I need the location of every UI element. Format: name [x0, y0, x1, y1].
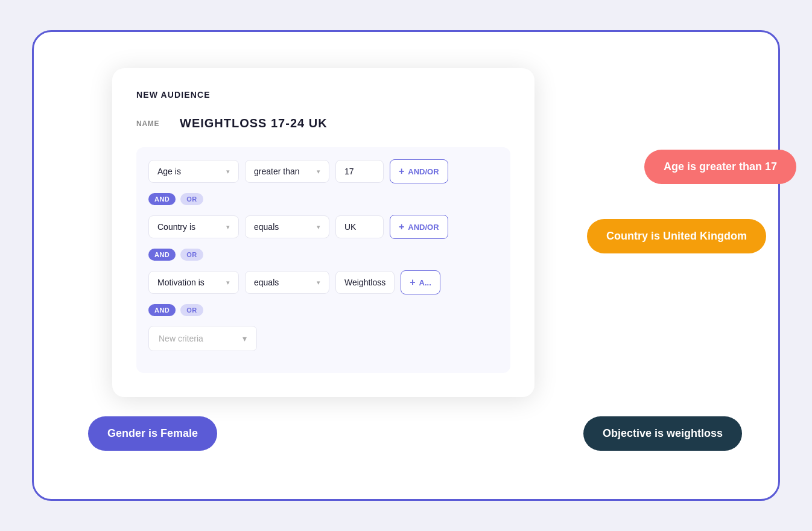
value-field-2[interactable]: UK: [335, 215, 384, 238]
criteria-block: Age is ▾ greater than ▾ 17 + AND/OR AND: [136, 147, 510, 373]
operator-select-3[interactable]: equals ▾: [245, 271, 329, 294]
value-3-text: Weightloss: [344, 278, 385, 287]
field-select-2-label: Country is: [157, 222, 195, 232]
badge-age-text: Age is greater than 17: [664, 161, 777, 173]
badge-country-text: Country is United Kingdom: [606, 230, 747, 242]
badge-country: Country is United Kingdom: [587, 219, 766, 253]
field-select-1[interactable]: Age is ▾: [148, 160, 239, 183]
criteria-row-1: Age is ▾ greater than ▾ 17 + AND/OR: [148, 159, 498, 183]
name-row: NAME WEIGHTLOSS 17-24 UK: [136, 116, 510, 130]
plus-icon-1: +: [399, 166, 404, 177]
name-label: NAME: [136, 119, 165, 128]
and-or-label-1: AND/OR: [408, 167, 439, 176]
card-title: NEW AUDIENCE: [136, 90, 510, 100]
criteria-row-3: Motivation is ▾ equals ▾ Weightloss + A.…: [148, 270, 498, 294]
and-or-button-1[interactable]: + AND/OR: [390, 159, 448, 183]
new-criteria-select[interactable]: New criteria ▾: [148, 326, 257, 351]
field-select-3[interactable]: Motivation is ▾: [148, 271, 239, 294]
criteria-row-2: Country is ▾ equals ▾ UK + AND/OR: [148, 215, 498, 239]
badge-gender: Gender is Female: [88, 416, 217, 451]
outer-border: NEW AUDIENCE NAME WEIGHTLOSS 17-24 UK Ag…: [32, 30, 780, 501]
and-badge-3[interactable]: AND: [148, 304, 176, 316]
operator-select-1[interactable]: greater than ▾: [245, 160, 329, 183]
chevron-icon-5: ▾: [226, 279, 230, 287]
and-or-button-2[interactable]: + AND/OR: [390, 215, 448, 239]
and-badge-2[interactable]: AND: [148, 249, 176, 261]
field-select-3-label: Motivation is: [157, 278, 205, 287]
and-or-button-3[interactable]: + A...: [401, 270, 440, 294]
and-or-label-2: AND/OR: [408, 223, 439, 232]
field-select-2[interactable]: Country is ▾: [148, 215, 239, 238]
or-badge-2[interactable]: OR: [180, 249, 203, 261]
operator-select-3-label: equals: [254, 278, 279, 287]
value-2-text: UK: [344, 222, 356, 232]
chevron-icon-1: ▾: [226, 168, 230, 176]
value-field-3[interactable]: Weightloss: [335, 271, 395, 294]
operator-select-1-label: greater than: [254, 167, 300, 176]
and-or-label-3: A...: [419, 278, 431, 287]
new-criteria-placeholder: New criteria: [159, 334, 203, 343]
chevron-icon-3: ▾: [226, 223, 230, 231]
badge-age: Age is greater than 17: [644, 150, 796, 184]
plus-icon-2: +: [399, 221, 404, 232]
badge-objective: Objective is weightloss: [583, 416, 742, 451]
or-badge-3[interactable]: OR: [180, 304, 203, 316]
badge-objective-text: Objective is weightloss: [603, 427, 723, 439]
plus-icon-3: +: [410, 277, 415, 288]
operator-select-2-label: equals: [254, 222, 279, 232]
or-badge-1[interactable]: OR: [180, 193, 203, 205]
chevron-icon-6: ▾: [317, 279, 320, 287]
chevron-icon-2: ▾: [317, 168, 320, 176]
and-badge-1[interactable]: AND: [148, 193, 176, 205]
new-criteria-row: New criteria ▾: [148, 326, 498, 351]
value-1-text: 17: [344, 167, 354, 176]
chevron-icon-4: ▾: [317, 223, 320, 231]
connector-row-1: AND OR: [148, 193, 498, 205]
badge-gender-text: Gender is Female: [107, 427, 198, 439]
value-field-1[interactable]: 17: [335, 160, 384, 183]
field-select-1-label: Age is: [157, 167, 181, 176]
connector-row-2: AND OR: [148, 249, 498, 261]
operator-select-2[interactable]: equals ▾: [245, 215, 329, 238]
audience-card: NEW AUDIENCE NAME WEIGHTLOSS 17-24 UK Ag…: [112, 68, 534, 397]
name-value: WEIGHTLOSS 17-24 UK: [180, 116, 328, 130]
connector-row-3: AND OR: [148, 304, 498, 316]
chevron-icon-7: ▾: [243, 334, 247, 343]
